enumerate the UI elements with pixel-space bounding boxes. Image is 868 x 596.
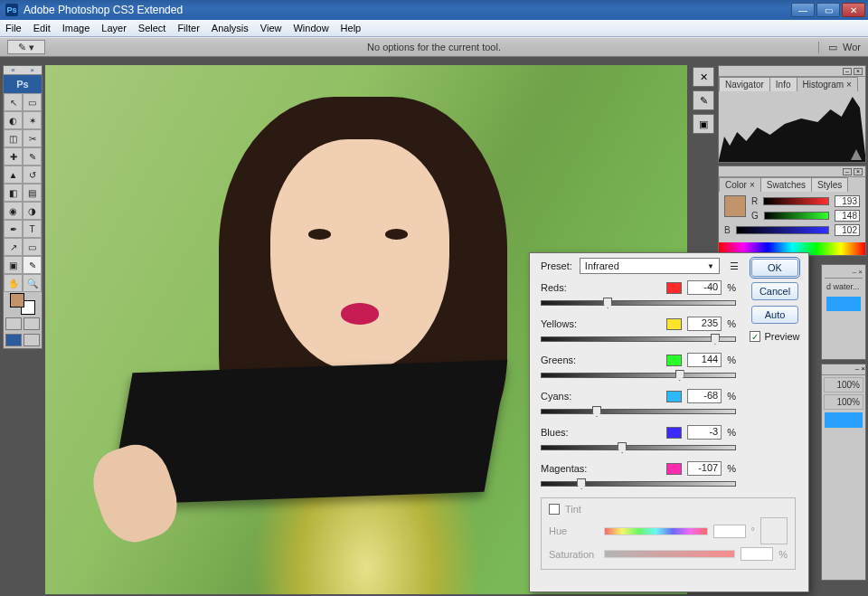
layers-panel-peek[interactable]: – × 100% 100% bbox=[821, 364, 866, 581]
shape-tool[interactable]: ▭ bbox=[23, 238, 42, 256]
quickmask-mode-button[interactable] bbox=[24, 317, 40, 330]
window-title: Adobe Photoshop CS3 Extended bbox=[24, 4, 183, 16]
history-panel-peek[interactable]: – × d water... bbox=[821, 264, 866, 360]
channel-value-reds[interactable]: -40 bbox=[687, 280, 722, 295]
r-value[interactable]: 193 bbox=[835, 195, 860, 207]
r-label: R bbox=[751, 196, 758, 206]
channel-value-yellows[interactable]: 235 bbox=[687, 317, 722, 331]
tab-histogram[interactable]: Histogram× bbox=[797, 77, 858, 91]
b-slider[interactable] bbox=[736, 226, 829, 234]
panel-close-icon[interactable]: × bbox=[854, 168, 863, 175]
eyedropper-tool[interactable]: ✎ bbox=[23, 256, 42, 274]
channel-value-cyans[interactable]: -68 bbox=[687, 389, 722, 403]
menu-window[interactable]: Window bbox=[293, 23, 328, 33]
stamp-tool[interactable]: ▲ bbox=[4, 166, 23, 184]
panel-icon-clone[interactable]: ▣ bbox=[693, 114, 714, 134]
blur-tool[interactable]: ◉ bbox=[4, 202, 23, 220]
panel-minimize-icon[interactable]: – bbox=[843, 168, 852, 175]
tab-styles[interactable]: Styles bbox=[811, 177, 848, 192]
heal-tool[interactable]: ✚ bbox=[4, 147, 23, 166]
preset-dropdown[interactable]: Infrared ▼ bbox=[580, 258, 720, 274]
auto-button[interactable]: Auto bbox=[751, 306, 798, 324]
menu-layer[interactable]: Layer bbox=[101, 23, 127, 33]
color-swatches[interactable] bbox=[4, 292, 42, 316]
gradient-tool[interactable]: ▤ bbox=[23, 184, 42, 202]
channel-slider-magentas[interactable] bbox=[541, 478, 736, 491]
ok-button[interactable]: OK bbox=[751, 259, 798, 277]
tab-navigator[interactable]: Navigator bbox=[719, 77, 770, 91]
panel-close-icon[interactable]: × bbox=[854, 68, 863, 75]
menu-view[interactable]: View bbox=[260, 23, 282, 33]
r-slider[interactable] bbox=[763, 197, 829, 205]
fill-field[interactable]: 100% bbox=[824, 394, 863, 410]
history-selected-row[interactable] bbox=[826, 297, 861, 311]
channel-value-magentas[interactable]: -107 bbox=[687, 461, 722, 476]
channel-slider-blues[interactable] bbox=[541, 442, 736, 455]
hand-tool[interactable]: ✋ bbox=[4, 274, 23, 292]
channel-value-blues[interactable]: -3 bbox=[687, 425, 722, 440]
zoom-tool[interactable]: 🔍 bbox=[23, 274, 42, 292]
menu-edit[interactable]: Edit bbox=[33, 23, 51, 33]
panel-icon-brush[interactable]: ✎ bbox=[693, 90, 714, 110]
window-minimize-button[interactable]: — bbox=[791, 3, 815, 17]
channel-slider-cyans[interactable] bbox=[541, 406, 736, 419]
dodge-tool[interactable]: ◑ bbox=[23, 202, 42, 220]
marquee-tool[interactable]: ▭ bbox=[23, 93, 42, 111]
screen-mode-alt-button[interactable] bbox=[24, 334, 40, 346]
wand-tool[interactable]: ✶ bbox=[23, 111, 42, 129]
slice-tool[interactable]: ✂ bbox=[23, 129, 42, 147]
crop-tool[interactable]: ◫ bbox=[4, 129, 23, 147]
foreground-color[interactable] bbox=[10, 293, 24, 307]
channel-pct: % bbox=[727, 282, 736, 293]
menu-filter[interactable]: Filter bbox=[177, 23, 199, 33]
pen-tool[interactable]: ✒ bbox=[4, 220, 23, 238]
window-maximize-button[interactable]: ▭ bbox=[816, 3, 840, 17]
menu-file[interactable]: File bbox=[5, 23, 22, 33]
brush-tool[interactable]: ✎ bbox=[23, 147, 42, 166]
menu-help[interactable]: Help bbox=[341, 23, 362, 33]
histogram-chart bbox=[719, 91, 865, 162]
move-tool[interactable]: ↖ bbox=[4, 93, 23, 111]
channel-slider-greens[interactable] bbox=[541, 370, 736, 383]
channel-slider-reds[interactable] bbox=[541, 298, 736, 310]
history-brush-tool[interactable]: ↺ bbox=[23, 166, 42, 184]
tab-swatches[interactable]: Swatches bbox=[760, 177, 812, 192]
panel-minimize-icon[interactable]: – bbox=[843, 68, 852, 75]
preview-checkbox[interactable]: ✓ bbox=[750, 331, 760, 342]
screen-mode-button[interactable] bbox=[5, 334, 22, 346]
tab-info[interactable]: Info bbox=[769, 77, 797, 91]
path-tool[interactable]: ↗ bbox=[4, 238, 23, 256]
opacity-field[interactable]: 100% bbox=[824, 377, 863, 393]
channel-value-greens[interactable]: 144 bbox=[687, 353, 722, 367]
channel-row-cyans: Cyans:-68% bbox=[541, 389, 736, 419]
color-panel-swatch[interactable] bbox=[724, 195, 746, 217]
cancel-button[interactable]: Cancel bbox=[751, 282, 798, 300]
tint-group: Tint Hue ° Saturation % bbox=[541, 497, 796, 570]
channel-swatch-yellows bbox=[666, 318, 682, 330]
tab-color[interactable]: Color× bbox=[719, 177, 761, 192]
layer-row-selected[interactable] bbox=[825, 412, 863, 428]
b-value[interactable]: 102 bbox=[835, 224, 860, 236]
preset-value: Infrared bbox=[585, 260, 619, 271]
workspace-label[interactable]: Wor bbox=[843, 42, 861, 52]
g-value[interactable]: 148 bbox=[835, 210, 860, 222]
menu-analysis[interactable]: Analysis bbox=[212, 23, 249, 33]
channel-row-greens: Greens:144% bbox=[541, 353, 736, 383]
eraser-tool[interactable]: ◧ bbox=[4, 184, 23, 202]
panel-icon-tools[interactable]: ✕ bbox=[693, 67, 714, 87]
history-item-label: d water... bbox=[825, 279, 863, 295]
lasso-tool[interactable]: ◐ bbox=[4, 111, 23, 129]
g-slider[interactable] bbox=[764, 212, 829, 220]
menu-image[interactable]: Image bbox=[62, 23, 90, 33]
tool-preset-dropdown[interactable]: ✎ ▾ bbox=[7, 40, 45, 54]
tint-checkbox[interactable] bbox=[549, 504, 560, 515]
type-tool[interactable]: T bbox=[23, 220, 42, 238]
channel-swatch-greens bbox=[666, 355, 682, 366]
preset-menu-icon[interactable]: ☰ bbox=[727, 259, 741, 273]
palette-toggle-icon[interactable]: ▭ bbox=[828, 42, 837, 53]
channel-slider-yellows[interactable] bbox=[541, 334, 736, 346]
standard-mode-button[interactable] bbox=[5, 317, 22, 330]
window-close-button[interactable]: ✕ bbox=[842, 3, 865, 17]
menu-select[interactable]: Select bbox=[138, 23, 166, 33]
notes-tool[interactable]: ▣ bbox=[4, 256, 23, 274]
